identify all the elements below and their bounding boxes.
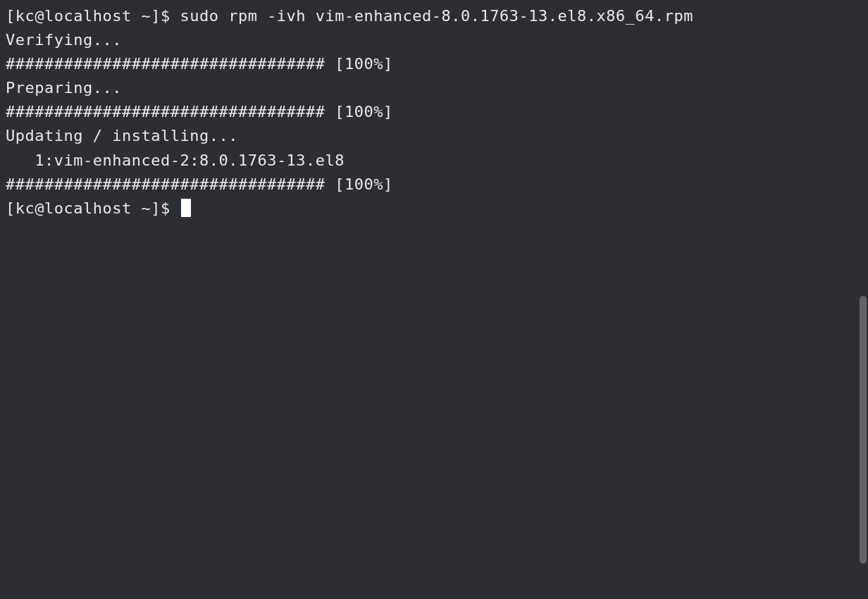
terminal-line-preparing: Preparing... bbox=[6, 76, 862, 100]
terminal-line-progress-preparing: ################################# [100%] bbox=[6, 100, 862, 124]
cursor-icon bbox=[181, 199, 191, 217]
terminal-line-verifying: Verifying... bbox=[6, 28, 862, 52]
terminal-line-package: 1:vim-enhanced-2:8.0.1763-13.el8 bbox=[6, 149, 862, 173]
terminal-line-progress-verifying: ################################# [100%] bbox=[6, 52, 862, 76]
terminal-line-command: [kc@localhost ~]$ sudo rpm -ivh vim-enha… bbox=[6, 4, 862, 28]
terminal-line-updating: Updating / installing... bbox=[6, 124, 862, 148]
scrollbar-vertical[interactable] bbox=[860, 296, 867, 564]
terminal-line-progress-installing: ################################# [100%] bbox=[6, 173, 862, 197]
terminal-prompt-text: [kc@localhost ~]$ bbox=[6, 199, 180, 217]
terminal-prompt-current[interactable]: [kc@localhost ~]$ bbox=[6, 197, 862, 221]
